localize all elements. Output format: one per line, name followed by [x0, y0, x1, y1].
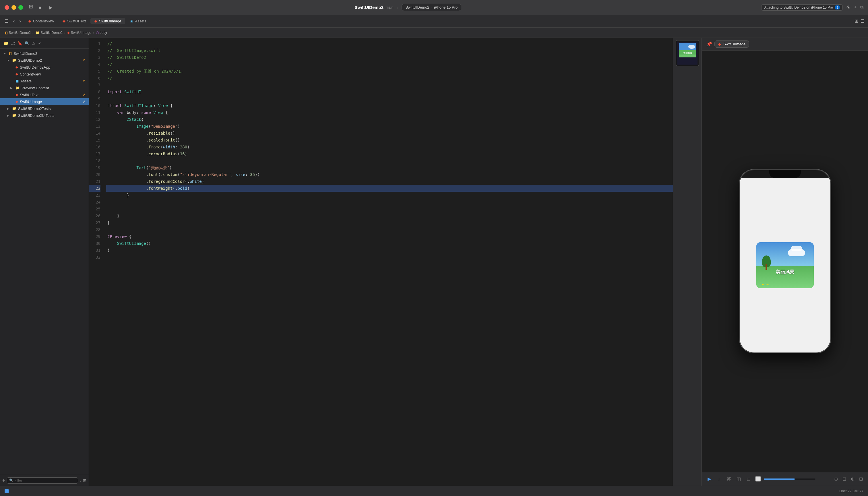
sidebar-label: Preview Content	[21, 86, 49, 90]
sidebar-item-swiftuiimage[interactable]: ▶ ◆ SwiftUIImage A	[0, 98, 89, 105]
code-lines[interactable]: // // SwiftUIImage.swift // SwiftUIDemo2…	[104, 38, 673, 486]
stop-preview-button[interactable]: ↓	[715, 475, 723, 483]
badge-a: A	[83, 93, 87, 96]
search-icon[interactable]: 🔍	[25, 41, 30, 46]
pin-icon[interactable]: 📌	[707, 41, 712, 47]
sidebar-item-contentview[interactable]: ▶ ◆ ContentView	[0, 71, 89, 78]
sidebar-toolbar: 📁 ⎇ 🔖 🔍 ⚠ ✓	[0, 38, 89, 49]
code-line-15: .scaledToFit()	[106, 137, 673, 143]
breadcrumb-folder[interactable]: 📁 SwiftUIDemo2	[35, 31, 63, 35]
sidebar-item-assets[interactable]: ▶ ▣ Assets M	[0, 78, 89, 84]
code-line-7	[106, 81, 673, 89]
sidebar-label: SwiftUIImage	[20, 99, 42, 104]
swift-file-icon: ◆	[16, 99, 18, 104]
source-control-icon[interactable]: ⎇	[11, 41, 15, 46]
breadcrumb-file[interactable]: ◆ SwiftUIImage	[67, 31, 91, 35]
breadcrumb-project[interactable]: ◧ SwiftUIDemo2	[4, 31, 31, 35]
stop-button[interactable]: ■	[36, 3, 44, 12]
code-line-21: .foregroundColor(.white)	[106, 178, 673, 185]
options-icon[interactable]: ⊞	[83, 478, 87, 483]
run-button[interactable]: ▶	[47, 3, 55, 12]
line-numbers: 12345 678910 1112131415 1617181920 21222…	[89, 38, 104, 486]
code-line-29: #Preview {	[106, 233, 673, 240]
project-selector[interactable]: SwiftUIDemo2 main	[355, 5, 393, 10]
close-button[interactable]	[4, 5, 9, 10]
sidebar-filter-bar: + 🔍 Filter ↕ ⊞	[0, 475, 89, 486]
status-bar-right: Attaching to SwiftUIDemo2 on iPhone 15 P…	[761, 4, 864, 11]
add-filter-button[interactable]: +	[2, 478, 5, 483]
preview-title-button[interactable]: ◆ SwiftUIImage	[714, 41, 749, 48]
folder-icon: 📁	[16, 86, 20, 90]
split-view-icon[interactable]: ⧉	[860, 5, 864, 10]
chevron-right-icon: ▶	[10, 87, 14, 90]
window-add-icon[interactable]: +	[854, 4, 857, 10]
sidebar-item-root[interactable]: ▼ ◧ SwiftUIDemo2	[0, 50, 89, 57]
tree-1	[762, 255, 771, 270]
tab-assets[interactable]: ▣ Assets	[126, 18, 150, 25]
sidebar-label: SwiftUIDemo2Tests	[18, 107, 50, 111]
code-line-4: //	[106, 61, 673, 68]
project-name: SwiftUIDemo2	[355, 5, 384, 10]
tab-content-view[interactable]: ◆ ContentView	[25, 18, 58, 25]
bookmark-icon[interactable]: 🔖	[17, 41, 22, 46]
tab-swiftui-image[interactable]: ◆ SwiftUIImage	[90, 18, 125, 25]
record-icon[interactable]: ⬜	[754, 475, 762, 483]
zoom-in-button[interactable]: ⊕	[849, 476, 856, 482]
zoom-fit-button[interactable]: ⊡	[841, 476, 848, 482]
code-line-1: //	[106, 40, 673, 47]
device-settings-icon[interactable]: ⌘	[725, 475, 733, 483]
folder-icon[interactable]: 📁	[3, 41, 8, 46]
sidebar-item-app[interactable]: ▶ ◆ SwiftUIDemo2App	[0, 64, 89, 71]
code-line-22: .fontWeight(.bold)	[106, 185, 673, 192]
code-line-32	[106, 254, 673, 261]
nav-forward-icon[interactable]: ›	[18, 17, 22, 25]
code-line-25	[106, 205, 673, 213]
filter-input[interactable]: 🔍 Filter	[6, 477, 78, 484]
editor-layout-icon[interactable]: ⊞	[854, 18, 858, 24]
swift-file-icon: ◆	[94, 19, 97, 23]
screenshot-icon[interactable]: ◻	[744, 475, 752, 483]
warning-icon[interactable]: ⚠	[32, 41, 35, 46]
appearance-toggle[interactable]: ☀	[846, 4, 850, 10]
sidebar-item-uitests[interactable]: ▶ 📁 SwiftUIDemo2UITests	[0, 112, 89, 119]
sidebar-label: ContentView	[20, 72, 41, 76]
swift-icon: ◆	[67, 31, 70, 35]
sort-icon[interactable]: ↕	[80, 478, 82, 483]
sidebar-item-tests[interactable]: ▶ 📁 SwiftUIDemo2Tests	[0, 105, 89, 112]
sidebar-item-group[interactable]: ▼ 📁 SwiftUIDemo2 M	[0, 57, 89, 64]
editor-mini-preview: 美丽风景	[673, 38, 701, 486]
code-line-24	[106, 199, 673, 205]
preview-toolbar-bottom: ▶ ↓ ⌘ ◫ ◻ ⬜ ⊖ ⊡ ⊕ ⊞	[702, 472, 868, 486]
scheme-selector[interactable]: SwiftUIDemo2 › iPhone 15 Pro	[402, 4, 461, 11]
title-bar-center: SwiftUIDemo2 main › SwiftUIDemo2 › iPhon…	[58, 4, 758, 11]
volume-up-button	[739, 213, 740, 227]
play-preview-button[interactable]: ▶	[705, 475, 713, 483]
assets-file-icon: ▣	[130, 19, 133, 23]
zoom-out-button[interactable]: ⊖	[833, 476, 840, 482]
tab-swiftui-text[interactable]: ◆ SwiftUIText	[59, 18, 90, 25]
scheme-name: SwiftUIDemo2	[405, 5, 429, 10]
zoom-fill-button[interactable]: ⊞	[857, 476, 865, 482]
status-bar-bottom: Line: 22 Col: 77	[0, 486, 868, 496]
inspector-icon[interactable]: ☰	[861, 18, 865, 24]
navigator-area-icon[interactable]: ☰	[3, 17, 10, 25]
minimize-button[interactable]	[12, 5, 16, 10]
code-line-12: ZStack{	[106, 116, 673, 123]
sidebar-item-preview-content[interactable]: ▶ 📁 Preview Content	[0, 84, 89, 91]
chevron-down-icon: ▼	[3, 52, 7, 55]
tab-bar: ◆ ContentView ◆ SwiftUIText ◆ SwiftUIIma…	[25, 18, 852, 25]
iphone-notch	[769, 170, 801, 178]
code-line-30: SwiftUIImage()	[106, 240, 673, 247]
badge-m: M	[83, 79, 87, 83]
swift-file-icon: ◆	[16, 93, 18, 97]
sidebar-item-swiftuitext[interactable]: ▶ ◆ SwiftUIText A	[0, 91, 89, 98]
sidebar-toggle-icon[interactable]: ⊞	[29, 3, 33, 12]
badge-m: M	[83, 59, 87, 62]
test-icon[interactable]: ✓	[38, 41, 41, 46]
svg-text:美丽风景: 美丽风景	[683, 51, 692, 54]
nav-back-icon[interactable]: ‹	[12, 17, 16, 25]
preview-header: 📌 ◆ SwiftUIImage	[702, 38, 868, 50]
maximize-button[interactable]	[18, 5, 23, 10]
breadcrumb-symbol[interactable]: ⬡ body	[96, 31, 107, 35]
pin-preview-icon[interactable]: ◫	[734, 475, 743, 483]
